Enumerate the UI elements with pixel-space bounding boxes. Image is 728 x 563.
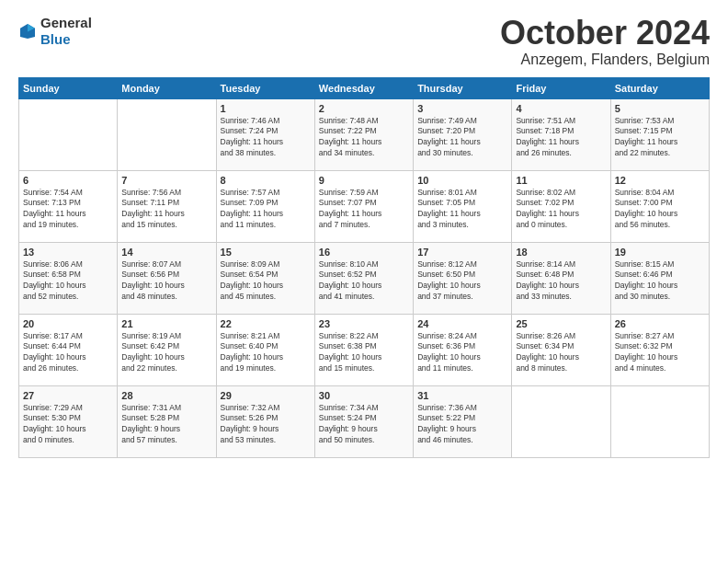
day-cell: 3Sunrise: 7:49 AM Sunset: 7:20 PM Daylig… [414,98,512,170]
day-info: Sunrise: 7:51 AM Sunset: 7:18 PM Dayligh… [516,116,606,160]
day-cell [118,98,216,170]
day-info: Sunrise: 7:53 AM Sunset: 7:15 PM Dayligh… [615,116,705,160]
day-info: Sunrise: 8:04 AM Sunset: 7:00 PM Dayligh… [615,188,705,232]
day-cell: 6Sunrise: 7:54 AM Sunset: 7:13 PM Daylig… [19,170,118,242]
day-number: 26 [615,318,705,329]
day-number: 17 [417,247,507,258]
day-number: 24 [417,318,507,329]
day-number: 29 [221,390,311,401]
day-info: Sunrise: 7:29 AM Sunset: 5:30 PM Dayligh… [23,403,113,447]
weekday-header-thursday: Thursday [414,77,512,98]
day-info: Sunrise: 7:31 AM Sunset: 5:28 PM Dayligh… [121,403,211,447]
day-cell [610,385,709,457]
day-cell: 20Sunrise: 8:17 AM Sunset: 6:44 PM Dayli… [19,314,118,385]
logo-blue: Blue [40,31,71,47]
day-cell: 21Sunrise: 8:19 AM Sunset: 6:42 PM Dayli… [118,314,216,385]
day-number: 15 [221,247,311,258]
day-info: Sunrise: 7:36 AM Sunset: 5:22 PM Dayligh… [417,403,507,447]
day-info: Sunrise: 8:27 AM Sunset: 6:32 PM Dayligh… [615,331,705,375]
day-info: Sunrise: 7:46 AM Sunset: 7:24 PM Dayligh… [221,116,311,160]
day-cell: 10Sunrise: 8:01 AM Sunset: 7:05 PM Dayli… [414,170,512,242]
day-info: Sunrise: 8:09 AM Sunset: 6:54 PM Dayligh… [221,259,311,304]
day-info: Sunrise: 7:48 AM Sunset: 7:22 PM Dayligh… [319,116,409,160]
day-info: Sunrise: 8:26 AM Sunset: 6:34 PM Dayligh… [516,331,606,375]
day-number: 22 [221,318,311,329]
day-number: 19 [615,247,705,258]
day-number: 10 [417,175,507,186]
day-number: 12 [615,175,705,186]
day-info: Sunrise: 7:32 AM Sunset: 5:26 PM Dayligh… [221,403,311,447]
day-cell: 22Sunrise: 8:21 AM Sunset: 6:40 PM Dayli… [216,314,314,385]
week-row-3: 13Sunrise: 8:06 AM Sunset: 6:58 PM Dayli… [19,242,710,314]
weekday-header-monday: Monday [118,77,216,98]
day-cell: 30Sunrise: 7:34 AM Sunset: 5:24 PM Dayli… [314,385,413,457]
day-cell: 8Sunrise: 7:57 AM Sunset: 7:09 PM Daylig… [216,170,314,242]
weekday-header-sunday: Sunday [19,77,118,98]
day-info: Sunrise: 7:59 AM Sunset: 7:07 PM Dayligh… [319,188,409,232]
day-info: Sunrise: 8:21 AM Sunset: 6:40 PM Dayligh… [221,331,311,375]
day-info: Sunrise: 8:17 AM Sunset: 6:44 PM Dayligh… [23,331,113,375]
day-cell: 11Sunrise: 8:02 AM Sunset: 7:02 PM Dayli… [512,170,610,242]
day-number: 9 [319,175,409,186]
location-title: Anzegem, Flanders, Belgium [500,52,710,68]
day-cell: 4Sunrise: 7:51 AM Sunset: 7:18 PM Daylig… [512,98,610,170]
day-cell: 5Sunrise: 7:53 AM Sunset: 7:15 PM Daylig… [610,98,709,170]
day-cell: 25Sunrise: 8:26 AM Sunset: 6:34 PM Dayli… [512,314,610,385]
day-number: 11 [516,175,606,186]
page: General Blue October 2024 Anzegem, Fland… [0,0,728,563]
week-row-2: 6Sunrise: 7:54 AM Sunset: 7:13 PM Daylig… [19,170,710,242]
day-info: Sunrise: 8:02 AM Sunset: 7:02 PM Dayligh… [516,188,606,232]
day-cell: 13Sunrise: 8:06 AM Sunset: 6:58 PM Dayli… [19,242,118,314]
day-cell: 9Sunrise: 7:59 AM Sunset: 7:07 PM Daylig… [314,170,413,242]
week-row-4: 20Sunrise: 8:17 AM Sunset: 6:44 PM Dayli… [19,314,710,385]
day-info: Sunrise: 8:12 AM Sunset: 6:50 PM Dayligh… [417,259,507,304]
day-cell [19,98,118,170]
day-cell: 27Sunrise: 7:29 AM Sunset: 5:30 PM Dayli… [19,385,118,457]
day-number: 20 [23,318,113,329]
day-info: Sunrise: 8:01 AM Sunset: 7:05 PM Dayligh… [417,188,507,232]
day-cell: 2Sunrise: 7:48 AM Sunset: 7:22 PM Daylig… [314,98,413,170]
day-info: Sunrise: 8:22 AM Sunset: 6:38 PM Dayligh… [319,331,409,375]
month-title: October 2024 [500,15,710,52]
day-number: 7 [121,175,211,186]
day-info: Sunrise: 7:56 AM Sunset: 7:11 PM Dayligh… [121,188,211,232]
day-number: 6 [23,175,113,186]
logo: General Blue [18,15,92,48]
weekday-header-wednesday: Wednesday [314,77,413,98]
logo-general: General [40,15,92,30]
week-row-1: 1Sunrise: 7:46 AM Sunset: 7:24 PM Daylig… [19,98,710,170]
day-info: Sunrise: 7:34 AM Sunset: 5:24 PM Dayligh… [319,403,409,447]
day-number: 3 [417,103,507,114]
day-number: 2 [319,103,409,114]
day-info: Sunrise: 7:57 AM Sunset: 7:09 PM Dayligh… [221,188,311,232]
day-info: Sunrise: 8:19 AM Sunset: 6:42 PM Dayligh… [121,331,211,375]
day-info: Sunrise: 8:24 AM Sunset: 6:36 PM Dayligh… [417,331,507,375]
day-info: Sunrise: 8:06 AM Sunset: 6:58 PM Dayligh… [23,259,113,304]
day-cell: 1Sunrise: 7:46 AM Sunset: 7:24 PM Daylig… [216,98,314,170]
weekday-header-friday: Friday [512,77,610,98]
day-cell: 19Sunrise: 8:15 AM Sunset: 6:46 PM Dayli… [610,242,709,314]
day-number: 28 [121,390,211,401]
calendar-table: SundayMondayTuesdayWednesdayThursdayFrid… [18,77,710,458]
day-cell [512,385,610,457]
day-cell: 17Sunrise: 8:12 AM Sunset: 6:50 PM Dayli… [414,242,512,314]
day-number: 18 [516,247,606,258]
logo-icon [18,22,37,40]
day-info: Sunrise: 8:14 AM Sunset: 6:48 PM Dayligh… [516,259,606,304]
day-info: Sunrise: 7:54 AM Sunset: 7:13 PM Dayligh… [23,188,113,232]
day-cell: 28Sunrise: 7:31 AM Sunset: 5:28 PM Dayli… [118,385,216,457]
weekday-header-tuesday: Tuesday [216,77,314,98]
day-number: 23 [319,318,409,329]
day-number: 16 [319,247,409,258]
day-cell: 18Sunrise: 8:14 AM Sunset: 6:48 PM Dayli… [512,242,610,314]
day-number: 4 [516,103,606,114]
day-cell: 14Sunrise: 8:07 AM Sunset: 6:56 PM Dayli… [118,242,216,314]
day-number: 14 [121,247,211,258]
weekday-header-saturday: Saturday [610,77,709,98]
day-info: Sunrise: 8:15 AM Sunset: 6:46 PM Dayligh… [615,259,705,304]
day-cell: 15Sunrise: 8:09 AM Sunset: 6:54 PM Dayli… [216,242,314,314]
day-number: 1 [221,103,311,114]
header: General Blue October 2024 Anzegem, Fland… [18,15,710,68]
day-number: 30 [319,390,409,401]
day-cell: 31Sunrise: 7:36 AM Sunset: 5:22 PM Dayli… [414,385,512,457]
